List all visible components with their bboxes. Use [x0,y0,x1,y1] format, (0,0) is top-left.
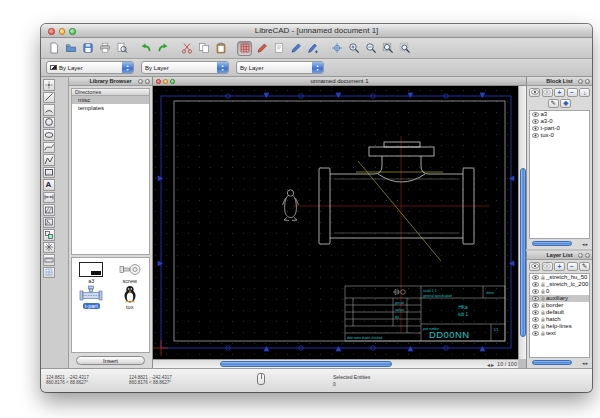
show-all-layers-button[interactable] [529,262,540,272]
directory-item-templates[interactable]: templates [72,104,149,112]
width-combo[interactable]: By Layer ▴▾ [141,61,229,74]
arc-tool-button[interactable] [43,104,55,116]
snap-grid-tool-button[interactable] [43,267,55,279]
visibility-icon[interactable] [532,275,539,280]
edit-block-button[interactable]: ✎ [548,99,559,109]
visibility-icon[interactable] [532,324,539,329]
print-preview-button[interactable] [114,41,129,56]
scroll-arrows-icon[interactable]: ◂▸ [487,361,495,368]
panel-float-button[interactable] [138,79,144,85]
notes-button[interactable] [271,41,286,56]
ellipse-tool-button[interactable] [43,129,55,141]
visibility-icon[interactable] [532,303,539,308]
visibility-icon[interactable] [532,317,539,322]
auxiliary-lines[interactable] [356,161,443,261]
draw-grid-button[interactable] [237,41,252,56]
hide-all-layers-button[interactable] [542,262,553,272]
snap-free-button[interactable] [329,41,344,56]
rect-tool-button[interactable] [43,167,55,179]
zoom-window-button[interactable] [397,41,412,56]
tee-part-drawing[interactable] [319,142,474,244]
library-browser-header[interactable]: Library Browser [69,77,152,86]
hide-all-blocks-button[interactable] [542,88,553,98]
directory-item-misc[interactable]: misc [72,96,149,104]
canvas-vertical-scrollbar[interactable] [518,86,526,359]
insert-block-button[interactable]: ↓ [579,88,590,98]
block-row-tux-0[interactable]: tux-0 [530,132,589,139]
undo-button[interactable] [138,41,153,56]
layer-row[interactable]: default [530,309,589,316]
print-button[interactable] [97,41,112,56]
dimension-tool-button[interactable] [43,192,55,204]
scroll-arrows-icon[interactable]: ◂▸ [582,241,589,247]
visibility-icon[interactable] [532,331,539,336]
panel-close-button[interactable] [585,79,591,85]
new-file-button[interactable] [46,41,61,56]
minimize-window-button[interactable] [59,28,66,35]
remove-block-button[interactable]: − [567,88,578,98]
lock-icon[interactable] [541,324,545,329]
layer-row[interactable]: _stretch_lc_200 [530,281,589,288]
lock-icon[interactable] [541,303,545,308]
remove-layer-button[interactable]: − [567,262,578,272]
vertical-scroll-thumb[interactable] [520,168,526,337]
image-tool-button[interactable] [43,217,55,229]
save-file-button[interactable] [80,41,95,56]
show-all-blocks-button[interactable] [529,88,540,98]
circle-tool-button[interactable] [43,117,55,129]
panel-float-button[interactable] [578,79,584,85]
visibility-icon[interactable] [532,282,539,287]
cut-button[interactable] [179,41,194,56]
window-titlebar[interactable]: LibreCAD - [unnamed document 1] [41,24,592,38]
library-item-screw[interactable]: screw [119,262,141,284]
horizontal-scroll-thumb[interactable] [532,241,572,246]
zoom-auto-button[interactable] [380,41,395,56]
block-row-t-part-0[interactable]: t-part-0 [530,125,589,132]
add-layer-button[interactable]: + [554,262,565,272]
doc-minimize-button[interactable] [163,79,168,84]
pen-modify-button[interactable] [305,41,320,56]
pen-attributes-button[interactable] [254,41,269,56]
lock-icon[interactable] [541,317,545,322]
doc-zoom-button[interactable] [170,79,175,84]
layer-row[interactable]: text [530,330,589,337]
layer-list-scrollbar[interactable]: ◂▸ [529,359,590,366]
lock-icon[interactable] [541,331,545,336]
tux-drawing[interactable] [283,190,299,221]
text-tool-button[interactable]: A [43,179,55,191]
library-item-a3[interactable]: a3 [79,262,103,284]
document-titlebar[interactable]: unnamed document 1 [153,77,526,86]
library-item-tux[interactable]: tux [122,285,138,310]
lock-icon[interactable] [541,296,545,301]
open-file-button[interactable] [63,41,78,56]
visibility-icon[interactable] [532,296,539,301]
zoom-window-button[interactable] [69,28,76,35]
polyline-tool-button[interactable] [43,154,55,166]
block-tool-button[interactable] [43,229,55,241]
edit-layer-button[interactable]: ✎ [579,262,590,272]
insert-button[interactable]: Insert [76,356,145,365]
lock-icon[interactable] [541,275,545,280]
paste-button[interactable] [213,41,228,56]
layer-row[interactable]: hatch [530,316,589,323]
layer-row[interactable]: help-lines [530,323,589,330]
visibility-icon[interactable] [532,119,539,124]
horizontal-scroll-thumb[interactable] [220,361,392,367]
canvas-horizontal-scrollbar[interactable]: ◂▸ 10 / 100 [153,359,518,368]
visibility-icon[interactable] [532,289,539,294]
copy-button[interactable] [196,41,211,56]
panel-close-button[interactable] [585,253,591,259]
horizontal-scroll-thumb[interactable] [532,360,572,365]
point-tool-button[interactable] [43,79,55,91]
pen-blue-button[interactable] [288,41,303,56]
redo-button[interactable] [155,41,170,56]
lock-icon[interactable] [541,282,545,287]
layer-row[interactable]: _stretch_hu_50 [530,274,589,281]
layer-row[interactable]: 0 [530,288,589,295]
zoom-in-button[interactable] [346,41,361,56]
measure-tool-button[interactable] [43,254,55,266]
visibility-icon[interactable] [532,310,539,315]
layer-row[interactable]: border [530,302,589,309]
scroll-arrows-icon[interactable]: ◂▸ [582,360,589,366]
spline-tool-button[interactable] [43,142,55,154]
